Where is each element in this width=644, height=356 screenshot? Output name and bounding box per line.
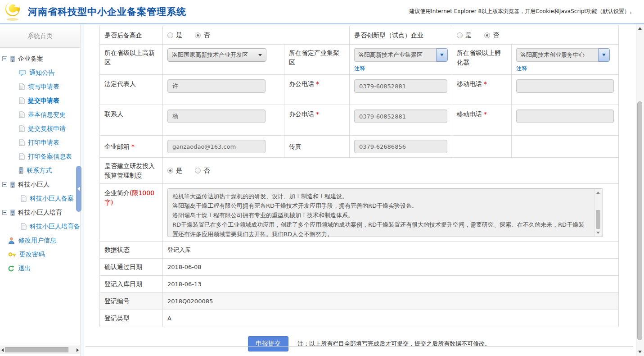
sidebar-item-mima[interactable]: 更改密码	[0, 247, 80, 261]
innovative-radio-group: 是 否	[452, 26, 618, 44]
office-phone-input[interactable]	[354, 79, 447, 93]
sidebar-horizontal-scrollbar[interactable]	[0, 346, 80, 354]
sidebar-item-dayin-shenqing[interactable]: 打印申请表	[0, 136, 80, 150]
form-row-register-type: 登记类型 A	[100, 310, 618, 327]
hightech-zone-select[interactable]: 洛阳国家高新技术产业开发区	[167, 48, 266, 62]
sidebar-item-fuhe[interactable]: 提交复核申请	[0, 122, 80, 136]
chevron-down-icon	[440, 54, 444, 56]
textarea-scrollbar[interactable]	[594, 189, 602, 236]
sidebar-item-lianxi[interactable]: 联系方式	[0, 164, 80, 178]
radio-icon-checked[interactable]	[484, 32, 490, 38]
expander-minus-icon[interactable]	[2, 56, 7, 61]
submit-row: 申报提交 注：以上所有栏目全部填写完成后才可提交，提交之后所有数据不可修改。	[99, 336, 618, 351]
scroll-up-icon[interactable]	[596, 192, 600, 194]
scrollbar-thumb[interactable]	[596, 210, 600, 229]
sidebar-item-jiben[interactable]: 基本信息变更	[0, 108, 80, 122]
legal-rep-input[interactable]	[167, 79, 266, 93]
document-icon	[19, 125, 25, 132]
mobile-phone-input[interactable]	[516, 79, 614, 93]
browser-tip-text: 建议使用Internet Explorer 8以上版本浏览器，开启Cookie和…	[409, 8, 635, 15]
app-logo-icon	[4, 0, 22, 23]
sidebar-item-xiaojuren[interactable]: 科技小巨人	[0, 178, 80, 192]
incubator-combobox[interactable]: 洛阳高技术创业服务中心	[516, 48, 610, 62]
sidebar-item-dayin-beian[interactable]: 打印备案信息表	[0, 150, 80, 164]
combo-dropdown-button[interactable]	[436, 48, 448, 62]
cluster-combobox[interactable]: 洛阳高新技术产业集聚区	[354, 48, 448, 62]
register-type-value: A	[163, 310, 618, 327]
form-row-contact: 联系人 办公电话* 移动电话*	[100, 105, 618, 136]
office-phone-input-2[interactable]	[354, 110, 447, 123]
sidebar-home-link[interactable]: 系统首页	[0, 24, 80, 48]
radio-icon-checked[interactable]	[167, 168, 173, 173]
combo-dropdown-button[interactable]	[598, 48, 610, 62]
incubator-cell: 洛阳高技术创业服务中心 注释	[512, 45, 618, 74]
mobile-phone-cell	[512, 75, 618, 105]
page-vertical-scrollbar[interactable]	[636, 24, 644, 356]
fax-input[interactable]	[354, 140, 447, 153]
sidebar-collapse-handle[interactable]	[76, 166, 81, 212]
profile-textarea[interactable]: 粒机等大型传达加热干燥机的的研发、设计、加工制造和工程建设。 洛阳瑞岛干燥工程有…	[167, 188, 603, 237]
email-input[interactable]	[167, 140, 266, 153]
chevron-left-icon	[77, 187, 80, 191]
cluster-note-link[interactable]: 注释	[354, 65, 365, 73]
mobile-phone-cell	[512, 105, 618, 135]
form-panel: 是否后备高企 是 否 是否创新型（试点）企业 是 否 所在省级以上高新区 洛阳国…	[84, 24, 636, 356]
field-label: 企业邮箱*	[100, 136, 163, 157]
application-form-table: 是否后备高企 是 否 是否创新型（试点）企业 是 否 所在省级以上高新区 洛阳国…	[99, 26, 619, 327]
form-row-confirm-date: 确认通过日期 2018-06-08	[100, 259, 618, 276]
radio-no[interactable]: 否	[484, 31, 499, 39]
scroll-down-icon[interactable]	[638, 351, 642, 353]
user-icon	[8, 237, 15, 244]
field-label: 所在省级以上高新区	[100, 45, 163, 74]
radio-icon[interactable]	[167, 32, 173, 38]
confirm-date-value: 2018-06-08	[163, 259, 618, 275]
scroll-down-icon[interactable]	[596, 232, 600, 234]
radio-icon[interactable]	[195, 168, 201, 173]
sidebar-item-peiyu[interactable]: 科技小巨人培育	[0, 205, 80, 219]
sidebar-item-tijiao[interactable]: 提交申请表	[0, 94, 80, 108]
expander-minus-icon[interactable]	[2, 182, 7, 187]
submit-button[interactable]: 申报提交	[248, 336, 288, 351]
sidebar-item-tuichu[interactable]: 退出	[0, 261, 80, 275]
rd-budget-radio-group: 是 否	[163, 158, 618, 183]
scrollbar-thumb[interactable]	[637, 101, 642, 340]
form-row-register-no: 登记编号 2018Q0200085	[100, 293, 618, 310]
radio-icon[interactable]	[457, 32, 463, 38]
incubator-note-link[interactable]: 注释	[516, 65, 527, 73]
radio-yes[interactable]: 是	[167, 31, 182, 39]
empty-cell	[452, 136, 512, 157]
sidebar-item-tianxie[interactable]: 填写申请表	[0, 80, 80, 94]
radio-yes[interactable]: 是	[457, 31, 472, 39]
scroll-up-icon[interactable]	[638, 27, 642, 30]
sidebar: 系统首页 企业备案 通知公告 填写申请表 提交申请表 基本信息变更	[0, 24, 81, 356]
form-row-legal-rep: 法定代表人 办公电话* 移动电话*	[100, 75, 618, 105]
scroll-right-icon[interactable]	[77, 348, 79, 352]
radio-no[interactable]: 否	[195, 31, 210, 39]
scrollbar-thumb[interactable]	[5, 347, 68, 352]
fax-cell	[350, 136, 452, 157]
field-label: 企业简介(限1000字)	[100, 184, 163, 241]
radio-yes[interactable]: 是	[167, 167, 182, 175]
field-label: 所在省定产业集聚区	[284, 45, 350, 74]
radio-no[interactable]: 否	[195, 167, 210, 175]
register-no-value: 2018Q0200085	[163, 293, 618, 310]
field-label: 确认通过日期	[100, 259, 163, 275]
expander-minus-icon[interactable]	[2, 210, 7, 215]
document-icon	[19, 139, 25, 146]
scroll-left-icon[interactable]	[1, 348, 4, 352]
mobile-phone-input-2[interactable]	[516, 110, 614, 123]
sidebar-item-xiaojuren-beian[interactable]: 科技小巨人备案	[0, 192, 80, 205]
office-phone-cell	[350, 105, 452, 135]
sidebar-item-tongzhi[interactable]: 通知公告	[0, 66, 80, 80]
sidebar-item-qiye-beian[interactable]: 企业备案	[0, 52, 80, 66]
sidebar-item-peiyu-beian[interactable]: 科技小巨人培育备案	[0, 219, 80, 233]
radio-icon-checked[interactable]	[195, 32, 201, 38]
document-icon	[21, 223, 27, 230]
sidebar-item-xiugai[interactable]: 修改用户信息	[0, 233, 80, 247]
chevron-down-icon	[602, 54, 606, 56]
field-label: 数据状态	[100, 242, 163, 258]
profile-cell: 粒机等大型传达加热干燥机的的研发、设计、加工制造和工程建设。 洛阳瑞岛干燥工程有…	[163, 184, 618, 241]
contact-input[interactable]	[167, 110, 266, 123]
field-label: 办公电话*	[284, 75, 350, 105]
form-row-email-fax: 企业邮箱* 传真	[100, 136, 618, 158]
